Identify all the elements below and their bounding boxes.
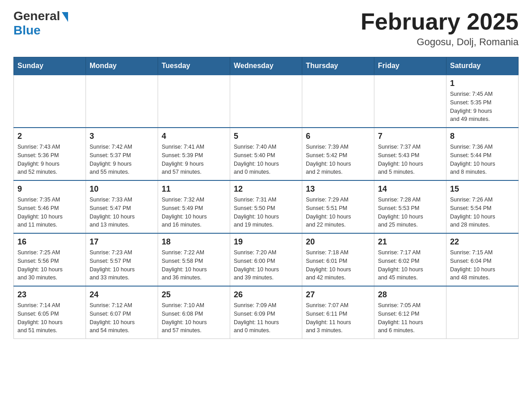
day-number: 1 — [450, 79, 515, 88]
day-info: Sunrise: 7:36 AM Sunset: 5:44 PM Dayligh… — [450, 143, 515, 176]
day-info: Sunrise: 7:20 AM Sunset: 6:00 PM Dayligh… — [234, 248, 298, 282]
calendar-cell: 15Sunrise: 7:26 AM Sunset: 5:54 PM Dayli… — [446, 180, 519, 233]
day-number: 27 — [306, 290, 370, 300]
day-number: 3 — [90, 132, 154, 141]
calendar-cell — [374, 75, 446, 128]
day-info: Sunrise: 7:25 AM Sunset: 5:56 PM Dayligh… — [17, 248, 82, 282]
weekday-header-monday: Monday — [86, 57, 158, 75]
logo-triangle-icon — [62, 12, 68, 22]
day-number: 6 — [306, 132, 370, 141]
calendar-cell — [158, 75, 230, 128]
calendar-cell: 28Sunrise: 7:05 AM Sunset: 6:12 PM Dayli… — [374, 286, 446, 339]
logo: General Blue — [13, 9, 68, 38]
day-number: 28 — [378, 290, 442, 300]
day-info: Sunrise: 7:35 AM Sunset: 5:46 PM Dayligh… — [17, 196, 82, 229]
weekday-header-saturday: Saturday — [446, 57, 519, 75]
calendar-cell: 19Sunrise: 7:20 AM Sunset: 6:00 PM Dayli… — [230, 233, 302, 286]
day-info: Sunrise: 7:40 AM Sunset: 5:40 PM Dayligh… — [234, 143, 298, 176]
day-info: Sunrise: 7:37 AM Sunset: 5:43 PM Dayligh… — [378, 143, 442, 176]
day-info: Sunrise: 7:29 AM Sunset: 5:51 PM Dayligh… — [306, 196, 370, 229]
calendar-cell — [302, 75, 374, 128]
calendar-cell — [446, 286, 519, 339]
day-number: 11 — [162, 184, 226, 194]
day-info: Sunrise: 7:23 AM Sunset: 5:57 PM Dayligh… — [90, 248, 154, 282]
weekday-header-wednesday: Wednesday — [230, 57, 302, 75]
day-number: 23 — [17, 290, 82, 300]
day-number: 13 — [306, 184, 370, 194]
calendar-cell: 14Sunrise: 7:28 AM Sunset: 5:53 PM Dayli… — [374, 180, 446, 233]
day-number: 17 — [90, 237, 154, 247]
day-info: Sunrise: 7:45 AM Sunset: 5:35 PM Dayligh… — [450, 90, 515, 124]
day-number: 9 — [17, 184, 82, 194]
day-info: Sunrise: 7:17 AM Sunset: 6:02 PM Dayligh… — [378, 248, 442, 282]
day-info: Sunrise: 7:12 AM Sunset: 6:07 PM Dayligh… — [90, 301, 154, 335]
day-info: Sunrise: 7:41 AM Sunset: 5:39 PM Dayligh… — [162, 143, 226, 176]
day-number: 14 — [378, 184, 442, 194]
day-info: Sunrise: 7:26 AM Sunset: 5:54 PM Dayligh… — [450, 196, 515, 229]
calendar-cell: 17Sunrise: 7:23 AM Sunset: 5:57 PM Dayli… — [86, 233, 158, 286]
calendar-cell: 9Sunrise: 7:35 AM Sunset: 5:46 PM Daylig… — [14, 180, 86, 233]
calendar-cell: 3Sunrise: 7:42 AM Sunset: 5:37 PM Daylig… — [86, 128, 158, 180]
day-number: 20 — [306, 237, 370, 247]
day-number: 10 — [90, 184, 154, 194]
day-info: Sunrise: 7:32 AM Sunset: 5:49 PM Dayligh… — [162, 196, 226, 229]
logo-general-text: General — [13, 9, 60, 23]
title-section: February 2025 Gogosu, Dolj, Romania — [360, 9, 519, 48]
calendar-cell: 18Sunrise: 7:22 AM Sunset: 5:58 PM Dayli… — [158, 233, 230, 286]
day-info: Sunrise: 7:43 AM Sunset: 5:36 PM Dayligh… — [17, 143, 82, 176]
calendar-cell — [86, 75, 158, 128]
calendar-cell: 21Sunrise: 7:17 AM Sunset: 6:02 PM Dayli… — [374, 233, 446, 286]
weekday-header-thursday: Thursday — [302, 57, 374, 75]
calendar-cell: 5Sunrise: 7:40 AM Sunset: 5:40 PM Daylig… — [230, 128, 302, 180]
calendar-cell: 7Sunrise: 7:37 AM Sunset: 5:43 PM Daylig… — [374, 128, 446, 180]
calendar-cell: 12Sunrise: 7:31 AM Sunset: 5:50 PM Dayli… — [230, 180, 302, 233]
location-text: Gogosu, Dolj, Romania — [360, 36, 519, 48]
calendar-cell: 1Sunrise: 7:45 AM Sunset: 5:35 PM Daylig… — [446, 75, 519, 128]
calendar-cell: 27Sunrise: 7:07 AM Sunset: 6:11 PM Dayli… — [302, 286, 374, 339]
day-number: 16 — [17, 237, 82, 247]
day-number: 15 — [450, 184, 515, 194]
calendar-cell: 23Sunrise: 7:14 AM Sunset: 6:05 PM Dayli… — [14, 286, 86, 339]
weekday-header-friday: Friday — [374, 57, 446, 75]
calendar-cell: 4Sunrise: 7:41 AM Sunset: 5:39 PM Daylig… — [158, 128, 230, 180]
calendar-cell: 10Sunrise: 7:33 AM Sunset: 5:47 PM Dayli… — [86, 180, 158, 233]
day-info: Sunrise: 7:33 AM Sunset: 5:47 PM Dayligh… — [90, 196, 154, 229]
day-info: Sunrise: 7:14 AM Sunset: 6:05 PM Dayligh… — [17, 301, 82, 335]
day-info: Sunrise: 7:42 AM Sunset: 5:37 PM Dayligh… — [90, 143, 154, 176]
day-info: Sunrise: 7:09 AM Sunset: 6:09 PM Dayligh… — [234, 301, 298, 335]
day-number: 21 — [378, 237, 442, 247]
day-info: Sunrise: 7:07 AM Sunset: 6:11 PM Dayligh… — [306, 301, 370, 335]
day-info: Sunrise: 7:05 AM Sunset: 6:12 PM Dayligh… — [378, 301, 442, 335]
calendar-cell: 13Sunrise: 7:29 AM Sunset: 5:51 PM Dayli… — [302, 180, 374, 233]
day-info: Sunrise: 7:18 AM Sunset: 6:01 PM Dayligh… — [306, 248, 370, 282]
page-header: General Blue February 2025 Gogosu, Dolj,… — [13, 9, 519, 48]
logo-blue-text: Blue — [13, 23, 41, 38]
day-number: 24 — [90, 290, 154, 300]
weekday-header-row: SundayMondayTuesdayWednesdayThursdayFrid… — [14, 57, 519, 75]
day-number: 18 — [162, 237, 226, 247]
weekday-header-sunday: Sunday — [14, 57, 86, 75]
calendar-cell: 26Sunrise: 7:09 AM Sunset: 6:09 PM Dayli… — [230, 286, 302, 339]
calendar-cell: 6Sunrise: 7:39 AM Sunset: 5:42 PM Daylig… — [302, 128, 374, 180]
day-number: 19 — [234, 237, 298, 247]
calendar-cell: 20Sunrise: 7:18 AM Sunset: 6:01 PM Dayli… — [302, 233, 374, 286]
calendar-cell: 24Sunrise: 7:12 AM Sunset: 6:07 PM Dayli… — [86, 286, 158, 339]
calendar-table: SundayMondayTuesdayWednesdayThursdayFrid… — [13, 57, 519, 339]
day-info: Sunrise: 7:39 AM Sunset: 5:42 PM Dayligh… — [306, 143, 370, 176]
day-number: 4 — [162, 132, 226, 141]
calendar-cell: 2Sunrise: 7:43 AM Sunset: 5:36 PM Daylig… — [14, 128, 86, 180]
calendar-cell: 11Sunrise: 7:32 AM Sunset: 5:49 PM Dayli… — [158, 180, 230, 233]
day-number: 12 — [234, 184, 298, 194]
day-info: Sunrise: 7:22 AM Sunset: 5:58 PM Dayligh… — [162, 248, 226, 282]
calendar-week-row: 1Sunrise: 7:45 AM Sunset: 5:35 PM Daylig… — [14, 75, 519, 128]
calendar-week-row: 23Sunrise: 7:14 AM Sunset: 6:05 PM Dayli… — [14, 286, 519, 339]
month-title: February 2025 — [360, 9, 519, 34]
weekday-header-tuesday: Tuesday — [158, 57, 230, 75]
day-number: 26 — [234, 290, 298, 300]
day-info: Sunrise: 7:15 AM Sunset: 6:04 PM Dayligh… — [450, 248, 515, 282]
calendar-cell — [14, 75, 86, 128]
calendar-cell: 22Sunrise: 7:15 AM Sunset: 6:04 PM Dayli… — [446, 233, 519, 286]
day-number: 5 — [234, 132, 298, 141]
day-number: 8 — [450, 132, 515, 141]
day-number: 22 — [450, 237, 515, 247]
